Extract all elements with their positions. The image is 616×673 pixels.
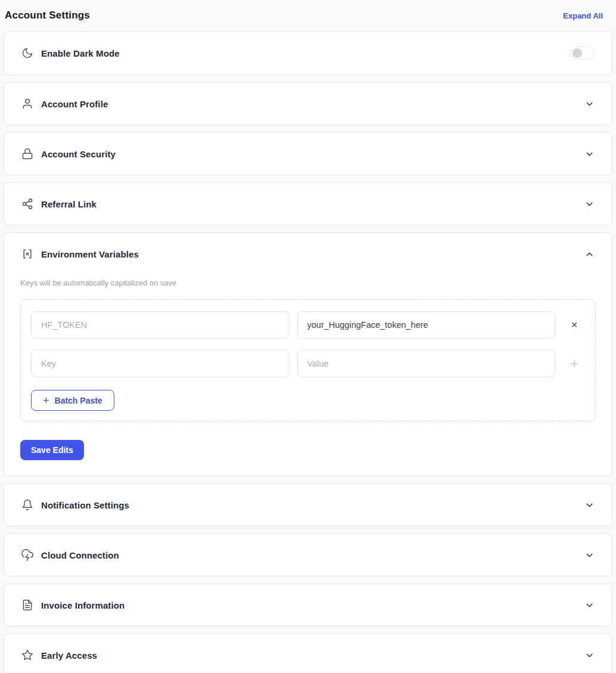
section-label: Notification Settings (41, 500, 129, 510)
chevron-down-icon (584, 650, 595, 660)
plus-icon: + (43, 395, 49, 406)
remove-row-button[interactable]: × (563, 318, 586, 331)
chevron-down-icon (584, 500, 595, 510)
section-label: Early Access (41, 650, 97, 660)
dark-mode-card: Enable Dark Mode (4, 31, 612, 75)
bell-icon (21, 499, 33, 511)
section-header-environment-variables[interactable]: Environment Variables (4, 233, 612, 275)
env-value-input-1[interactable] (297, 311, 556, 339)
section-label: Invoice Information (41, 600, 125, 610)
account-profile-card: Account Profile (4, 82, 612, 125)
star-icon (21, 649, 33, 661)
section-label: Account Profile (41, 99, 108, 109)
invoice-information-card: Invoice Information (4, 584, 612, 627)
page-title: Account Settings (5, 10, 90, 21)
save-edits-button[interactable]: Save Edits (20, 440, 84, 460)
share-icon (21, 198, 33, 210)
batch-paste-button[interactable]: + Batch Paste (31, 390, 114, 411)
chevron-down-icon (584, 149, 595, 159)
moon-icon (21, 47, 33, 59)
invoice-icon (21, 599, 33, 611)
account-security-card: Account Security (4, 132, 612, 175)
section-header-account-security[interactable]: Account Security (4, 133, 612, 175)
section-header-referral-link[interactable]: Referral Link (4, 183, 612, 225)
add-row-button[interactable]: + (563, 355, 586, 372)
section-header-early-access[interactable]: Early Access (4, 634, 612, 673)
chevron-down-icon (584, 99, 595, 109)
env-row-1: × (31, 311, 586, 339)
toggle-knob (573, 48, 582, 58)
dark-mode-toggle[interactable] (570, 46, 595, 60)
user-icon (21, 98, 33, 110)
chevron-down-icon (584, 199, 595, 209)
chevron-down-icon (584, 600, 595, 610)
notification-settings-card: Notification Settings (4, 483, 612, 526)
early-access-card: Early Access (4, 634, 612, 673)
env-row-2: + (31, 350, 586, 377)
cloud-connection-card: Cloud Connection (4, 534, 612, 576)
section-label: Cloud Connection (41, 550, 119, 560)
environment-variables-card: Environment Variables Keys will be autom… (4, 232, 612, 476)
dark-mode-row: Enable Dark Mode (4, 32, 612, 75)
lock-icon (21, 148, 33, 160)
env-value-input-2[interactable] (297, 350, 556, 377)
env-key-input-1[interactable] (31, 311, 290, 339)
env-key-input-2[interactable] (31, 350, 290, 377)
section-header-account-profile[interactable]: Account Profile (4, 83, 612, 125)
section-header-notification-settings[interactable]: Notification Settings (4, 484, 612, 526)
env-helper-text: Keys will be automatically capitalized o… (20, 278, 596, 287)
referral-link-card: Referral Link (4, 182, 612, 225)
env-rows-container: × + + Batch Paste (20, 299, 596, 421)
dark-mode-label: Enable Dark Mode (41, 48, 120, 58)
section-label: Referral Link (41, 199, 97, 209)
account-settings-page: Account Settings Expand All Enable Dark … (0, 0, 616, 673)
page-header: Account Settings Expand All (4, 0, 612, 31)
section-label: Environment Variables (41, 249, 139, 259)
batch-paste-label: Batch Paste (55, 396, 102, 405)
chevron-down-icon (584, 550, 595, 560)
section-header-invoice-information[interactable]: Invoice Information (4, 584, 612, 626)
brackets-x-icon (21, 248, 33, 260)
section-label: Account Security (41, 149, 116, 159)
cloud-lightning-icon (21, 549, 33, 561)
chevron-up-icon (584, 249, 595, 259)
environment-variables-body: Keys will be automatically capitalized o… (4, 278, 612, 476)
section-header-cloud-connection[interactable]: Cloud Connection (4, 534, 612, 576)
expand-all-link[interactable]: Expand All (563, 11, 611, 20)
